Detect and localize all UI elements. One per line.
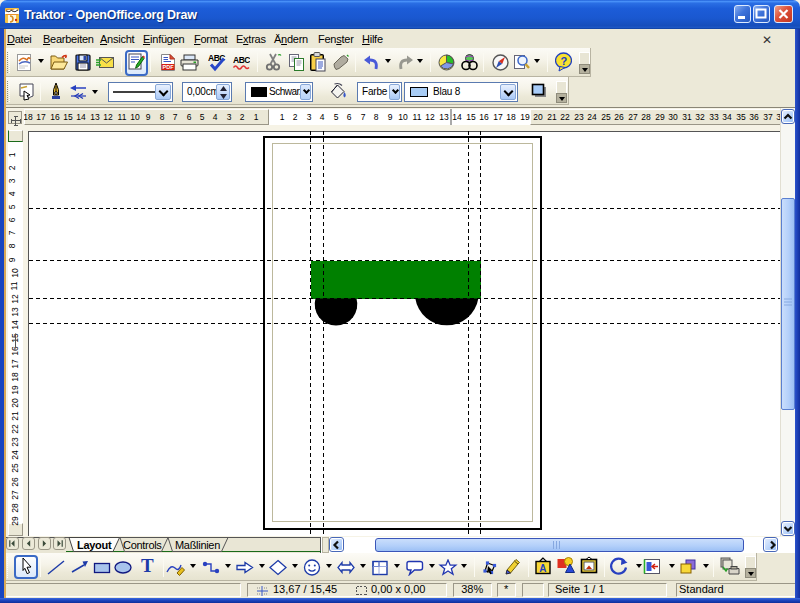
svg-text:ABC: ABC (233, 55, 250, 65)
svg-text:?: ? (561, 55, 568, 67)
svg-text:A: A (539, 563, 546, 574)
svg-text:T: T (141, 555, 154, 576)
svg-text:PDF: PDF (163, 64, 175, 70)
